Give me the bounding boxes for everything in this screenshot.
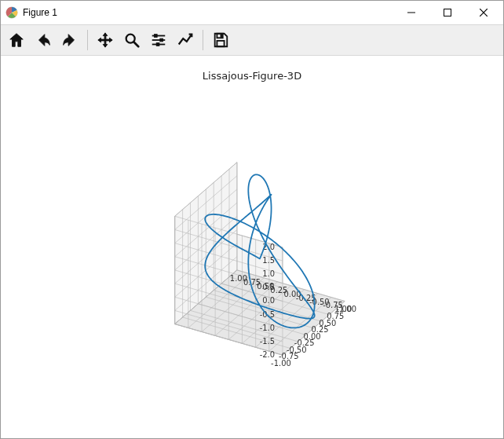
toolbar-separator — [203, 30, 203, 50]
close-button[interactable] — [466, 1, 502, 24]
toolbar-separator — [87, 30, 88, 50]
titlebar: Figure 1 — [1, 1, 503, 24]
axes-3d[interactable]: -2.0-1.5-1.0-0.50.00.51.01.52.0-1.00-0.7… — [1, 56, 503, 438]
svg-text:-1.5: -1.5 — [260, 337, 275, 346]
back-icon[interactable] — [31, 27, 56, 53]
plot-canvas[interactable]: Lissajous-Figure-3D -2.0-1.5-1.0-0.50.00… — [1, 56, 503, 438]
svg-rect-14 — [217, 41, 224, 46]
svg-rect-12 — [156, 43, 159, 46]
svg-rect-15 — [221, 35, 222, 38]
pan-icon[interactable] — [93, 27, 118, 53]
configure-subplots-icon[interactable] — [146, 27, 171, 53]
svg-rect-2 — [444, 9, 451, 16]
maximize-button[interactable] — [429, 1, 466, 24]
svg-rect-10 — [155, 35, 158, 38]
minimize-button[interactable] — [393, 1, 429, 24]
mpl-toolbar — [1, 24, 503, 56]
svg-text:-1.0: -1.0 — [260, 324, 275, 332]
forward-icon[interactable] — [57, 27, 82, 53]
svg-text:1.00: 1.00 — [230, 274, 247, 283]
svg-line-6 — [134, 42, 139, 47]
svg-rect-11 — [160, 38, 163, 42]
svg-text:-2.0: -2.0 — [260, 350, 275, 359]
svg-text:1.0: 1.0 — [262, 269, 275, 278]
save-icon[interactable] — [208, 27, 233, 53]
matplotlib-app-icon — [5, 6, 18, 19]
zoom-icon[interactable] — [119, 27, 144, 53]
window-title: Figure 1 — [23, 7, 57, 18]
svg-text:1.5: 1.5 — [262, 256, 275, 265]
axis-edit-icon[interactable] — [173, 27, 198, 53]
figure-window: Figure 1 — [0, 0, 504, 439]
svg-text:0.0: 0.0 — [262, 297, 275, 305]
home-icon[interactable] — [4, 27, 29, 53]
